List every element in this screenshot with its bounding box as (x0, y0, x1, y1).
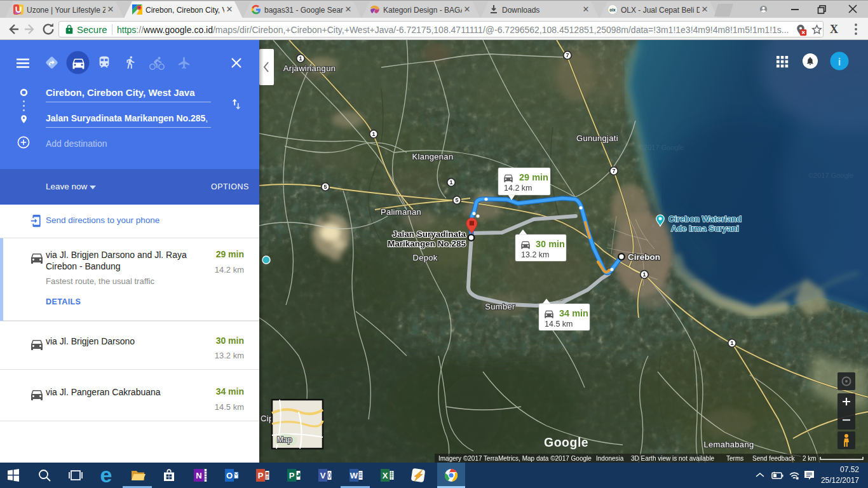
svg-text:34 min: 34 min (559, 308, 588, 318)
svg-text:Cirebon: Cirebon (628, 252, 660, 262)
svg-text:7: 7 (612, 168, 615, 174)
svg-text:W: W (350, 471, 358, 480)
svg-text:Ade Irma Suryani: Ade Irma Suryani (671, 224, 739, 233)
svg-text:1: 1 (299, 55, 302, 62)
svg-text:Depok: Depok (412, 253, 437, 262)
svg-text:Arjawinangun: Arjawinangun (283, 64, 336, 73)
svg-text:Terms: Terms (726, 455, 743, 462)
svg-text:29 min: 29 min (519, 172, 548, 182)
svg-text:13.2 km: 13.2 km (521, 250, 549, 259)
svg-text:Marikangen No.285: Marikangen No.285 (388, 239, 466, 248)
svg-text:©2017 Google: ©2017 Google (639, 144, 684, 151)
svg-text:X: X (383, 471, 388, 480)
svg-text:Send feedback: Send feedback (752, 455, 796, 462)
svg-text:1: 1 (449, 179, 452, 186)
svg-text:14.2 km: 14.2 km (504, 184, 532, 193)
svg-text:Klangenan: Klangenan (412, 152, 454, 161)
svg-text:i: i (838, 56, 841, 68)
svg-text:O: O (226, 471, 233, 480)
svg-text:P: P (289, 471, 295, 480)
svg-text:5: 5 (455, 197, 458, 203)
svg-text:Google: Google (544, 435, 588, 449)
svg-text:5: 5 (323, 184, 327, 190)
svg-text:Lemahabang: Lemahabang (704, 440, 754, 449)
svg-text:Sumber: Sumber (485, 302, 515, 311)
svg-text:Cirebon Waterland: Cirebon Waterland (668, 214, 742, 224)
svg-text:©2017 Google: ©2017 Google (808, 172, 853, 179)
svg-text:V: V (320, 471, 326, 480)
svg-text:Palimanan: Palimanan (381, 207, 421, 217)
svg-text:N: N (196, 471, 201, 480)
svg-text:P: P (258, 471, 264, 480)
svg-text:1: 1 (730, 340, 733, 346)
svg-text:7: 7 (566, 52, 569, 58)
svg-text:Jalan Suryadinata: Jalan Suryadinata (392, 229, 466, 239)
svg-text:30 min: 30 min (536, 239, 565, 249)
svg-text:1: 1 (642, 271, 646, 278)
svg-text:Gunungjati: Gunungjati (576, 133, 618, 143)
svg-text:Map: Map (277, 435, 292, 444)
svg-text:2 km: 2 km (803, 455, 817, 462)
svg-text:Imagery ©2017 TerraMetrics, Ma: Imagery ©2017 TerraMetrics, Map data ©20… (438, 455, 592, 462)
svg-text:3D Earth view is not available: 3D Earth view is not available (631, 455, 715, 462)
svg-text:1: 1 (372, 131, 375, 137)
svg-text:Indonesia: Indonesia (596, 455, 624, 462)
svg-text:olx: olx (609, 8, 616, 12)
svg-text:14.5 km: 14.5 km (545, 320, 573, 329)
